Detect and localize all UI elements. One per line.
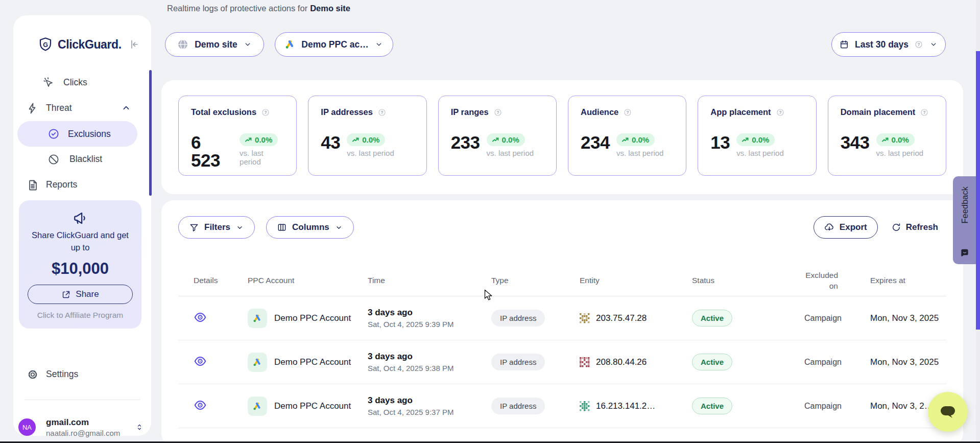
feedback-tab[interactable]: Feedback bbox=[953, 176, 976, 264]
table-row[interactable]: Demo PPC Account 3 days ago Sat, Oct 4, … bbox=[178, 384, 946, 428]
svg-text:?: ? bbox=[265, 110, 267, 115]
col-header-expires-at: Expires at bbox=[838, 275, 946, 286]
stat-value: 233 bbox=[451, 133, 480, 151]
stat-card-ip-ranges: IP ranges ? 233 0.0% vs. last period bbox=[438, 96, 557, 176]
type-badge: IP address bbox=[491, 354, 545, 370]
table-row[interactable]: Demo PPC Account 3 days ago Sat, Oct 4, … bbox=[178, 340, 946, 384]
help-icon: ? bbox=[914, 40, 923, 49]
eye-icon[interactable] bbox=[194, 399, 207, 412]
globe-icon bbox=[177, 38, 189, 51]
google-ads-icon bbox=[248, 397, 267, 416]
sidebar: G ClickGuard. Clicks Threat Exclusions B… bbox=[13, 15, 151, 436]
help-icon[interactable]: ? bbox=[623, 108, 632, 117]
divider bbox=[25, 400, 140, 400]
sidebar-item-label: Threat bbox=[46, 103, 72, 113]
stat-card-audience: Audience ? 234 0.0% vs. last period bbox=[568, 96, 686, 176]
help-icon[interactable]: ? bbox=[377, 108, 387, 117]
status-badge: Active bbox=[692, 354, 732, 370]
account-email: naatali.ro@gmail.com bbox=[46, 429, 135, 437]
chevron-down-icon bbox=[243, 40, 252, 49]
sidebar-item-blacklist[interactable]: Blacklist bbox=[13, 147, 151, 172]
cursor-click-icon bbox=[42, 77, 55, 89]
page-scrollbar-thumb[interactable] bbox=[976, 51, 980, 330]
avatar: NA bbox=[18, 418, 36, 436]
delta-badge: 0.0% bbox=[487, 133, 525, 146]
table-row[interactable]: 3 days ago bbox=[178, 428, 946, 443]
columns-label: Columns bbox=[292, 222, 329, 232]
sidebar-item-exclusions[interactable]: Exclusions bbox=[17, 121, 137, 147]
filters-button[interactable]: Filters bbox=[178, 216, 255, 239]
stat-title: Audience bbox=[581, 107, 618, 117]
trend-up-icon bbox=[882, 137, 889, 142]
delta-badge: 0.0% bbox=[240, 133, 278, 146]
excluded-on-value: Campaign bbox=[804, 358, 838, 367]
ppc-selector-value: Demo PPC ac… bbox=[301, 39, 368, 50]
delta-badge: 0.0% bbox=[876, 133, 915, 146]
time-absolute: Sat, Oct 4, 2025 9:37 PM bbox=[368, 408, 491, 416]
delta-badge: 0.0% bbox=[616, 133, 655, 146]
col-header-type: Type bbox=[491, 275, 580, 286]
help-icon[interactable]: ? bbox=[493, 108, 503, 117]
chat-launcher-button[interactable] bbox=[928, 392, 968, 432]
excluded-on-value: Campaign bbox=[804, 402, 838, 411]
google-ads-icon bbox=[248, 353, 267, 372]
promo-headline: Share ClickGuard and get up to bbox=[28, 229, 132, 253]
table-row[interactable]: Demo PPC Account 3 days ago Sat, Oct 4, … bbox=[178, 296, 946, 340]
sidebar-item-reports[interactable]: Reports bbox=[13, 172, 151, 198]
table-header: Details PPC Account Time Type Entity Sta… bbox=[178, 266, 946, 296]
ppc-account-name: Demo PPC Account bbox=[274, 313, 351, 323]
sidebar-item-settings[interactable]: Settings bbox=[13, 362, 151, 387]
identicon bbox=[580, 401, 590, 411]
sidebar-item-label: Exclusions bbox=[68, 129, 111, 139]
columns-button[interactable]: Columns bbox=[266, 216, 354, 239]
affiliate-promo-card[interactable]: Share ClickGuard and get up to $10,000 S… bbox=[19, 200, 141, 329]
col-header-status: Status bbox=[692, 275, 804, 286]
stat-value: 43 bbox=[321, 133, 340, 151]
share-button[interactable]: Share bbox=[28, 285, 133, 304]
time-absolute: Sat, Oct 4, 2025 9:38 PM bbox=[368, 364, 491, 372]
svg-text:?: ? bbox=[918, 42, 920, 47]
filter-icon bbox=[189, 222, 199, 232]
sidebar-item-threat[interactable]: Threat bbox=[13, 96, 151, 121]
svg-text:?: ? bbox=[380, 110, 383, 115]
site-selector[interactable]: Demo site bbox=[165, 32, 264, 57]
entity-value: 208.80.44.26 bbox=[596, 357, 647, 367]
up-down-icon bbox=[135, 422, 144, 432]
col-header-excluded-on: Excluded on bbox=[804, 270, 838, 292]
megaphone-icon bbox=[73, 211, 88, 226]
account-switcher[interactable]: NA gmail.com naatali.ro@gmail.com bbox=[18, 413, 144, 441]
identicon bbox=[580, 357, 590, 367]
trend-up-icon bbox=[742, 137, 749, 142]
entity-value: 203.75.47.28 bbox=[596, 313, 647, 323]
eye-icon[interactable] bbox=[194, 355, 207, 368]
google-ads-icon bbox=[248, 309, 267, 328]
trend-up-icon bbox=[622, 137, 629, 142]
chevron-down-icon bbox=[235, 223, 244, 232]
ppc-account-name: Demo PPC Account bbox=[274, 357, 351, 367]
stat-card-app-placement: App placement ? 13 0.0% vs. last period bbox=[698, 96, 816, 176]
exclusions-table-panel: Filters Columns Export Refresh Details P… bbox=[161, 200, 963, 443]
stat-value: 343 bbox=[841, 133, 870, 151]
chevron-up-icon[interactable] bbox=[121, 102, 132, 113]
eye-icon[interactable] bbox=[194, 311, 207, 324]
stat-sub: vs. last period bbox=[736, 149, 784, 157]
stat-card-ip-addresses: IP addresses ? 43 0.0% vs. last period bbox=[308, 96, 426, 176]
help-icon[interactable]: ? bbox=[920, 108, 929, 117]
svg-text:?: ? bbox=[627, 110, 629, 115]
date-range-selector[interactable]: Last 30 days ? bbox=[831, 32, 946, 57]
ppc-account-selector[interactable]: Demo PPC ac… bbox=[275, 32, 393, 57]
collapse-sidebar-icon[interactable] bbox=[129, 39, 140, 50]
time-relative: 3 days ago bbox=[368, 395, 491, 406]
brand-name: ClickGuard. bbox=[58, 38, 122, 52]
calendar-icon bbox=[839, 39, 849, 50]
sidebar-scrollbar[interactable] bbox=[149, 70, 152, 196]
refresh-button[interactable]: Refresh bbox=[891, 216, 938, 239]
sidebar-item-clicks[interactable]: Clicks bbox=[13, 70, 151, 96]
stat-card-total-exclusions: Total exclusions ? 6 523 0.0% vs. last p… bbox=[178, 96, 297, 176]
help-icon[interactable]: ? bbox=[261, 108, 270, 117]
export-button[interactable]: Export bbox=[814, 216, 878, 239]
affiliate-link[interactable]: Click to Affiliate Program bbox=[19, 311, 141, 320]
help-icon[interactable]: ? bbox=[776, 108, 785, 117]
stat-value: 6 523 bbox=[191, 133, 233, 169]
trend-up-icon bbox=[492, 137, 499, 142]
